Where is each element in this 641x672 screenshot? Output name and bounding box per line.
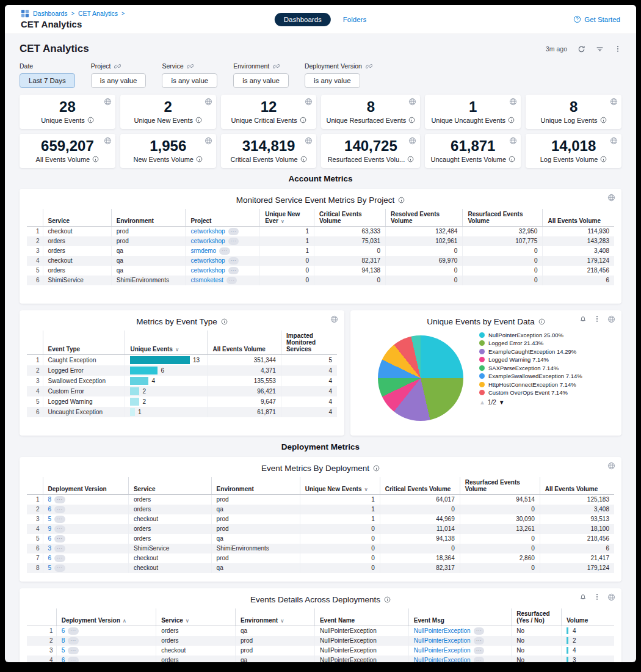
legend-item[interactable]: ExampleCaughtException 14.29% [479,348,594,356]
cell-link[interactable]: 6 [62,657,65,662]
refresh-icon[interactable] [578,45,585,53]
legend-item[interactable]: HttpHostConnectException 7.14% [479,381,594,389]
cell-link[interactable]: NullPointerException [414,627,471,634]
cell-link[interactable]: NullPointerException [414,647,471,654]
cell-link[interactable]: 8 [48,496,52,503]
table-row[interactable]: 16···ordersqaNullPointerExceptionNullPoi… [27,626,614,636]
column-header[interactable]: Impacted Monitored Services [281,331,337,355]
ellipsis-pill[interactable]: ··· [219,247,230,255]
info-icon[interactable] [195,117,202,123]
ellipsis-pill[interactable]: ··· [54,545,65,552]
info-icon[interactable] [87,117,94,123]
ellipsis-pill[interactable]: ··· [474,637,485,645]
globe-icon[interactable] [205,137,212,145]
cell-link[interactable]: NullPointerException [414,657,471,662]
breadcrumb-dashboards[interactable]: Dashboards [33,10,68,17]
table-row[interactable]: 3ordersqasrmdemo···10003,408 [27,246,614,256]
ellipsis-pill[interactable]: ··· [68,657,79,662]
table-row[interactable]: 18···ordersprod164,01794,514125,183 [27,494,614,505]
column-header[interactable]: Event Name [314,608,408,626]
table-row[interactable]: 2ordersprodcetworkshop···175,031102,9611… [27,236,614,246]
info-icon[interactable] [509,156,515,163]
ellipsis-pill[interactable]: ··· [68,637,79,645]
ellipsis-pill[interactable]: ··· [54,564,65,572]
table-row[interactable]: 4Custom Error296,4214 [27,386,337,396]
column-header[interactable]: Resurfaced Events Volume [463,209,543,227]
info-icon[interactable] [600,156,607,163]
column-header[interactable]: Environment [211,477,300,495]
column-header[interactable]: Event Msg [408,608,511,626]
globe-icon[interactable] [610,137,618,145]
table-row[interactable]: 4checkoutqacetworkshop···082,31769,97001… [27,256,614,266]
breadcrumb-cet-analytics[interactable]: CET Analytics [78,10,118,17]
column-header[interactable]: Event Type [43,331,125,355]
info-icon[interactable] [384,596,391,603]
legend-item[interactable]: ExampleSwallowedException 7.14% [479,373,594,381]
table-row[interactable]: 6ShimiServiceShimiEnvironmentsctsmoketes… [27,276,614,285]
filter-chip[interactable]: is any value [162,73,217,88]
globe-icon[interactable] [607,593,615,601]
filter-chip[interactable]: is any value [91,73,147,88]
ellipsis-pill[interactable]: ··· [474,627,485,635]
info-icon[interactable] [196,156,203,163]
ellipsis-pill[interactable]: ··· [226,277,237,284]
cell-link[interactable]: 5 [48,564,52,571]
column-header[interactable]: All Events Volume [540,477,614,495]
info-icon[interactable] [398,197,405,203]
globe-icon[interactable] [330,315,338,323]
table-row[interactable]: 1Caught Exception13351,3445 [27,354,337,365]
cell-link[interactable]: cetworkshop [190,257,225,264]
cell-link[interactable]: 6 [62,627,65,634]
ellipsis-pill[interactable]: ··· [54,525,65,533]
ellipsis-pill[interactable]: ··· [228,228,239,235]
bell-icon[interactable] [579,315,587,323]
ellipsis-pill[interactable]: ··· [54,496,65,503]
legend-item[interactable]: NullPointerException 25.00% [479,332,594,340]
cell-link[interactable]: 6 [48,555,52,561]
ellipsis-pill[interactable]: ··· [54,555,65,562]
column-header[interactable]: Resurfaced (Yes / No) [512,608,562,626]
globe-icon[interactable] [509,98,517,106]
cell-link[interactable]: 9 [48,525,52,532]
column-header[interactable]: Critical Events Volume [380,477,460,495]
tab-folders[interactable]: Folders [343,16,366,23]
column-header[interactable]: Deployment Version∧ [56,608,156,626]
info-icon[interactable] [221,318,228,325]
globe-icon[interactable] [509,137,517,145]
column-header[interactable]: Service [128,477,211,495]
globe-icon[interactable] [408,98,416,106]
legend-item[interactable]: Custom OverOps Event 7.14% [479,389,594,397]
column-header[interactable]: Resurfaced Events Volume [460,477,540,495]
info-icon[interactable] [508,117,515,123]
cell-link[interactable]: 6 [48,506,52,513]
info-icon[interactable] [300,117,306,123]
globe-icon[interactable] [104,137,112,145]
tab-dashboards[interactable]: Dashboards [275,13,331,26]
column-header[interactable]: Unique New Events∨ [300,477,380,495]
table-row[interactable]: 26···ordersqa1003,408 [27,505,614,514]
ellipsis-pill[interactable]: ··· [474,647,485,654]
table-row[interactable]: 1checkoutprodcetworkshop···163,333132,48… [27,226,614,236]
column-header[interactable]: Environment [111,209,186,227]
kebab-menu-icon[interactable] [593,315,601,323]
info-icon[interactable] [373,465,380,472]
legend-item[interactable]: Logged Error 21.43% [479,340,594,348]
globe-icon[interactable] [607,315,615,323]
filter-chip[interactable]: Last 7 Days [20,73,75,88]
filter-chip[interactable]: is any value [233,73,289,88]
info-icon[interactable] [92,156,99,163]
table-row[interactable]: 2Logged Error64,3714 [27,365,337,376]
cell-link[interactable]: 6 [48,535,52,542]
info-icon[interactable] [600,117,607,123]
column-header[interactable]: Project [186,209,260,227]
cell-link[interactable]: cetworkshop [190,267,225,274]
table-row[interactable]: 6Uncaught Exception161,8714 [27,407,337,417]
kebab-menu-icon[interactable] [593,593,601,601]
legend-item[interactable]: Logged Warning 7.14% [479,356,594,364]
globe-icon[interactable] [104,98,112,106]
cell-link[interactable]: srmdemo [190,247,216,254]
globe-icon[interactable] [408,137,416,145]
column-header[interactable]: All Events Volume [208,331,281,355]
column-header[interactable]: Deployment Version [43,477,128,495]
cell-link[interactable]: 5 [48,516,52,522]
